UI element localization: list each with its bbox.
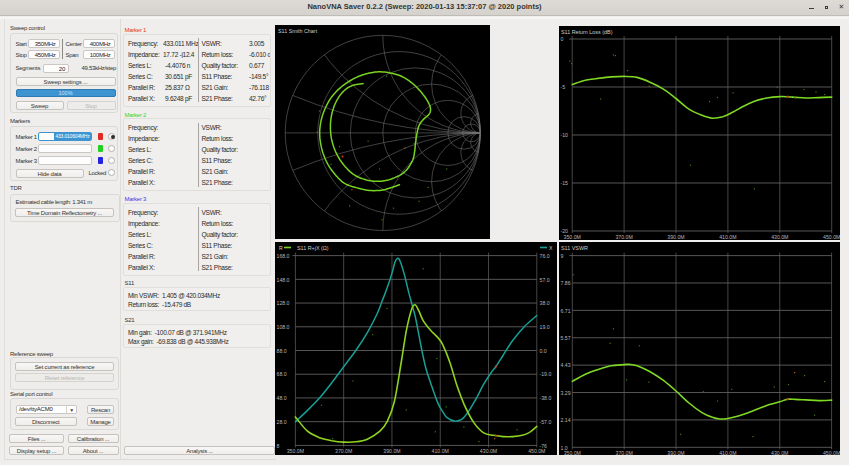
svg-text:68.0: 68.0 [277, 371, 287, 377]
svg-text:-15: -15 [561, 180, 569, 186]
svg-text:450.0M: 450.0M [823, 450, 840, 455]
svg-text:S11 Return Loss (dB): S11 Return Loss (dB) [561, 29, 613, 35]
svg-text:S11 Smith Chart: S11 Smith Chart [278, 28, 318, 34]
svg-text:370.0M: 370.0M [335, 448, 352, 454]
svg-text:-5: -5 [561, 84, 566, 90]
svg-text:6.71: 6.71 [561, 308, 571, 314]
svg-text:168.0: 168.0 [277, 253, 290, 259]
svg-text:390.0M: 390.0M [383, 448, 400, 454]
svg-text:7.86: 7.86 [561, 280, 571, 286]
svg-text:390.0M: 390.0M [667, 450, 684, 455]
svg-text:128.0: 128.0 [277, 300, 290, 306]
svg-text:2.14: 2.14 [561, 417, 571, 423]
svg-text:4.43: 4.43 [561, 362, 571, 368]
svg-text:-19.0: -19.0 [540, 371, 552, 377]
svg-text:38.0: 38.0 [540, 300, 550, 306]
svg-text:0: 0 [561, 36, 564, 42]
svg-text:430.0M: 430.0M [771, 450, 788, 455]
svg-text:-10: -10 [561, 132, 569, 138]
svg-text:410.0M: 410.0M [719, 234, 736, 240]
svg-text:148.0: 148.0 [277, 277, 290, 283]
svg-text:X: X [549, 245, 553, 251]
svg-text:-38.0: -38.0 [540, 395, 552, 401]
svg-text:19.0: 19.0 [540, 324, 550, 330]
svg-text:430.0M: 430.0M [480, 448, 497, 454]
svg-text:390.0M: 390.0M [667, 234, 684, 240]
svg-text:410.0M: 410.0M [432, 448, 449, 454]
svg-text:0.0: 0.0 [540, 348, 547, 354]
svg-text:108.0: 108.0 [277, 324, 290, 330]
svg-text:-76: -76 [540, 443, 548, 449]
svg-text:370.0M: 370.0M [616, 450, 633, 455]
svg-text:88.0: 88.0 [277, 348, 287, 354]
svg-text:3.29: 3.29 [561, 390, 571, 396]
svg-text:48.0: 48.0 [277, 395, 287, 401]
svg-text:350.0M: 350.0M [564, 234, 581, 240]
svg-text:350.0M: 350.0M [287, 448, 304, 454]
svg-text:8: 8 [277, 443, 280, 449]
svg-text:-57.0: -57.0 [540, 419, 552, 425]
svg-text:410.0M: 410.0M [719, 450, 736, 455]
svg-text:350.0M: 350.0M [564, 450, 581, 455]
svg-text:S11 VSWR: S11 VSWR [561, 245, 588, 251]
svg-text:450.0M: 450.0M [823, 234, 840, 240]
svg-text:76.0: 76.0 [540, 253, 550, 259]
svg-text:28.0: 28.0 [277, 419, 287, 425]
svg-text:R: R [279, 245, 283, 251]
svg-text:430.0M: 430.0M [771, 234, 788, 240]
svg-text:450.0M: 450.0M [528, 448, 545, 454]
svg-text:370.0M: 370.0M [615, 234, 632, 240]
svg-text:5.57: 5.57 [561, 335, 571, 341]
svg-text:57.0: 57.0 [540, 277, 550, 283]
svg-text:9: 9 [561, 253, 564, 259]
svg-text:S11 R+jX (Ω): S11 R+jX (Ω) [297, 245, 329, 251]
